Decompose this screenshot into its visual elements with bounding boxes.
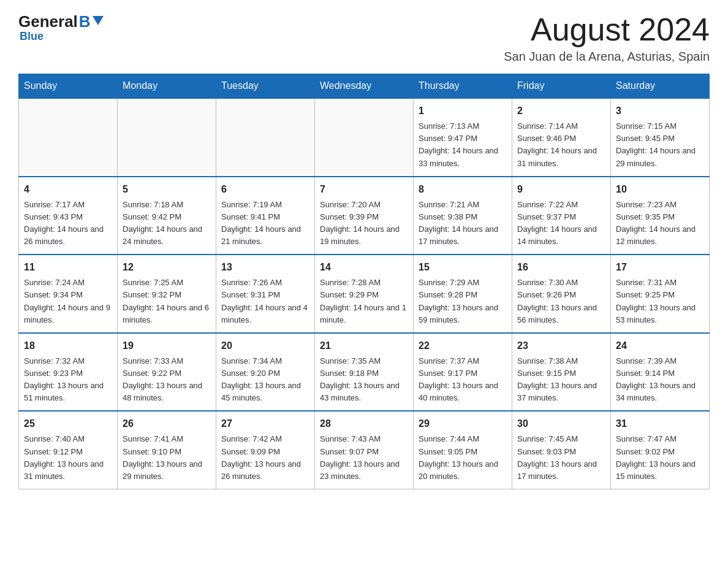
calendar-header-sunday: Sunday <box>19 74 118 99</box>
calendar-cell: 21Sunrise: 7:35 AMSunset: 9:18 PMDayligh… <box>315 333 414 412</box>
day-number: 12 <box>123 260 211 275</box>
logo-general: General <box>18 12 78 31</box>
day-number: 8 <box>419 182 507 197</box>
week-row-3: 11Sunrise: 7:24 AMSunset: 9:34 PMDayligh… <box>19 255 710 333</box>
day-number: 10 <box>616 182 704 197</box>
calendar-cell: 31Sunrise: 7:47 AMSunset: 9:02 PMDayligh… <box>611 411 710 489</box>
calendar-cell: 22Sunrise: 7:37 AMSunset: 9:17 PMDayligh… <box>414 333 512 412</box>
calendar-cell: 7Sunrise: 7:20 AMSunset: 9:39 PMDaylight… <box>315 177 414 255</box>
day-info: Sunrise: 7:39 AMSunset: 9:14 PMDaylight:… <box>616 355 704 405</box>
day-number: 23 <box>517 339 605 353</box>
day-number: 17 <box>616 260 704 275</box>
day-info: Sunrise: 7:47 AMSunset: 9:02 PMDaylight:… <box>616 433 704 483</box>
day-number: 4 <box>24 182 112 197</box>
calendar-cell: 30Sunrise: 7:45 AMSunset: 9:03 PMDayligh… <box>512 411 611 489</box>
calendar-cell: 9Sunrise: 7:22 AMSunset: 9:37 PMDaylight… <box>512 177 611 255</box>
day-info: Sunrise: 7:29 AMSunset: 9:28 PMDaylight:… <box>419 277 507 326</box>
day-number: 27 <box>221 416 309 431</box>
logo-b: B <box>79 12 91 31</box>
day-number: 31 <box>616 416 704 431</box>
calendar-cell: 17Sunrise: 7:31 AMSunset: 9:25 PMDayligh… <box>611 255 710 333</box>
day-info: Sunrise: 7:26 AMSunset: 9:31 PMDaylight:… <box>221 277 309 326</box>
day-number: 29 <box>419 416 507 431</box>
day-number: 16 <box>517 260 605 275</box>
day-number: 9 <box>517 182 605 197</box>
calendar-cell: 12Sunrise: 7:25 AMSunset: 9:32 PMDayligh… <box>118 255 216 333</box>
calendar-cell <box>19 98 118 177</box>
month-title: August 2024 <box>504 12 710 47</box>
day-info: Sunrise: 7:40 AMSunset: 9:12 PMDaylight:… <box>24 433 112 483</box>
day-info: Sunrise: 7:38 AMSunset: 9:15 PMDaylight:… <box>517 355 605 405</box>
day-info: Sunrise: 7:42 AMSunset: 9:09 PMDaylight:… <box>221 433 309 483</box>
day-number: 30 <box>517 416 605 431</box>
calendar-cell: 1Sunrise: 7:13 AMSunset: 9:47 PMDaylight… <box>414 98 512 177</box>
day-number: 2 <box>517 104 605 118</box>
calendar-cell: 14Sunrise: 7:28 AMSunset: 9:29 PMDayligh… <box>315 255 414 333</box>
calendar-cell: 19Sunrise: 7:33 AMSunset: 9:22 PMDayligh… <box>118 333 216 412</box>
calendar-table: SundayMondayTuesdayWednesdayThursdayFrid… <box>18 74 710 489</box>
day-info: Sunrise: 7:30 AMSunset: 9:26 PMDaylight:… <box>517 277 605 326</box>
day-info: Sunrise: 7:34 AMSunset: 9:20 PMDaylight:… <box>221 355 309 405</box>
day-info: Sunrise: 7:35 AMSunset: 9:18 PMDaylight:… <box>320 355 408 405</box>
calendar-cell: 23Sunrise: 7:38 AMSunset: 9:15 PMDayligh… <box>512 333 611 412</box>
day-info: Sunrise: 7:14 AMSunset: 9:46 PMDaylight:… <box>517 120 605 170</box>
day-number: 3 <box>616 104 704 118</box>
calendar-cell: 2Sunrise: 7:14 AMSunset: 9:46 PMDaylight… <box>512 98 611 177</box>
week-row-1: 1Sunrise: 7:13 AMSunset: 9:47 PMDaylight… <box>19 98 710 177</box>
day-info: Sunrise: 7:25 AMSunset: 9:32 PMDaylight:… <box>123 277 211 326</box>
calendar-cell: 26Sunrise: 7:41 AMSunset: 9:10 PMDayligh… <box>118 411 216 489</box>
logo-subtitle: Blue <box>20 30 44 43</box>
calendar-cell: 4Sunrise: 7:17 AMSunset: 9:43 PMDaylight… <box>19 177 118 255</box>
calendar-header-saturday: Saturday <box>611 74 710 99</box>
logo-triangle-icon <box>93 16 104 25</box>
location-title: San Juan de la Arena, Asturias, Spain <box>504 50 710 64</box>
day-number: 19 <box>123 339 211 353</box>
calendar-header-friday: Friday <box>512 74 611 99</box>
header: General B Blue August 2024 San Juan de l… <box>18 12 710 64</box>
calendar-cell: 6Sunrise: 7:19 AMSunset: 9:41 PMDaylight… <box>216 177 315 255</box>
day-info: Sunrise: 7:41 AMSunset: 9:10 PMDaylight:… <box>123 433 211 483</box>
day-number: 1 <box>419 104 507 118</box>
day-info: Sunrise: 7:32 AMSunset: 9:23 PMDaylight:… <box>24 355 112 405</box>
title-area: August 2024 San Juan de la Arena, Asturi… <box>504 12 710 64</box>
calendar-cell: 29Sunrise: 7:44 AMSunset: 9:05 PMDayligh… <box>414 411 512 489</box>
day-number: 24 <box>616 339 704 353</box>
day-info: Sunrise: 7:17 AMSunset: 9:43 PMDaylight:… <box>24 199 112 248</box>
calendar-cell: 13Sunrise: 7:26 AMSunset: 9:31 PMDayligh… <box>216 255 315 333</box>
day-info: Sunrise: 7:44 AMSunset: 9:05 PMDaylight:… <box>419 433 507 483</box>
day-number: 21 <box>320 339 408 353</box>
calendar-header-wednesday: Wednesday <box>315 74 414 99</box>
day-info: Sunrise: 7:33 AMSunset: 9:22 PMDaylight:… <box>123 355 211 405</box>
calendar-header-tuesday: Tuesday <box>216 74 315 99</box>
day-info: Sunrise: 7:24 AMSunset: 9:34 PMDaylight:… <box>24 277 112 326</box>
day-number: 13 <box>221 260 309 275</box>
day-number: 15 <box>419 260 507 275</box>
day-number: 7 <box>320 182 408 197</box>
calendar-cell: 10Sunrise: 7:23 AMSunset: 9:35 PMDayligh… <box>611 177 710 255</box>
calendar-cell: 25Sunrise: 7:40 AMSunset: 9:12 PMDayligh… <box>19 411 118 489</box>
calendar-cell: 8Sunrise: 7:21 AMSunset: 9:38 PMDaylight… <box>414 177 512 255</box>
calendar-cell: 15Sunrise: 7:29 AMSunset: 9:28 PMDayligh… <box>414 255 512 333</box>
day-info: Sunrise: 7:20 AMSunset: 9:39 PMDaylight:… <box>320 199 408 248</box>
calendar-cell: 24Sunrise: 7:39 AMSunset: 9:14 PMDayligh… <box>611 333 710 412</box>
day-number: 25 <box>24 416 112 431</box>
calendar-cell <box>315 98 414 177</box>
day-number: 20 <box>221 339 309 353</box>
day-number: 26 <box>123 416 211 431</box>
calendar-cell: 28Sunrise: 7:43 AMSunset: 9:07 PMDayligh… <box>315 411 414 489</box>
logo: General B Blue <box>18 12 104 43</box>
day-info: Sunrise: 7:45 AMSunset: 9:03 PMDaylight:… <box>517 433 605 483</box>
calendar-cell <box>216 98 315 177</box>
calendar-cell: 16Sunrise: 7:30 AMSunset: 9:26 PMDayligh… <box>512 255 611 333</box>
calendar-cell: 3Sunrise: 7:15 AMSunset: 9:45 PMDaylight… <box>611 98 710 177</box>
logo-text: General B <box>18 12 104 31</box>
day-number: 22 <box>419 339 507 353</box>
day-number: 14 <box>320 260 408 275</box>
calendar-cell: 5Sunrise: 7:18 AMSunset: 9:42 PMDaylight… <box>118 177 216 255</box>
day-info: Sunrise: 7:37 AMSunset: 9:17 PMDaylight:… <box>419 355 507 405</box>
day-info: Sunrise: 7:19 AMSunset: 9:41 PMDaylight:… <box>221 199 309 248</box>
calendar-header-thursday: Thursday <box>414 74 512 99</box>
calendar-cell <box>118 98 216 177</box>
day-number: 18 <box>24 339 112 353</box>
day-info: Sunrise: 7:22 AMSunset: 9:37 PMDaylight:… <box>517 199 605 248</box>
